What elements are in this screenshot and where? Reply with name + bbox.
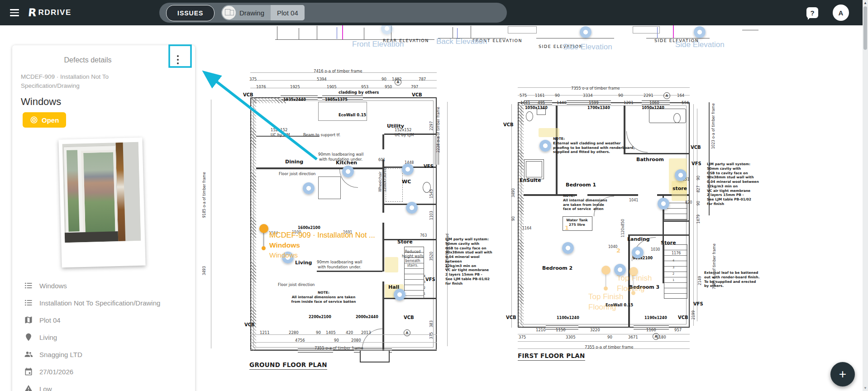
cad-label: 1405 — [326, 330, 336, 335]
cad-label: 1076 — [256, 85, 266, 90]
defect-metadata-list: Windows Installation Not To Specificatio… — [24, 277, 188, 391]
cad-label: 1600x2100 — [298, 226, 320, 230]
wheelchair-zone — [386, 168, 403, 202]
elevation-overlay-label[interactable]: Front Elevation — [352, 40, 404, 49]
defect-callout-code: MCDEF-909 · Installation Not ... — [269, 231, 375, 239]
pin-head — [629, 267, 638, 276]
warning-icon — [24, 384, 33, 391]
tab-drawing[interactable]: Drawing — [221, 5, 271, 20]
defect-photo — [62, 142, 141, 243]
first-left-wall-hatch — [518, 102, 524, 328]
defect-marker-icon[interactable] — [394, 289, 405, 300]
page-scrollbar[interactable]: ▲ ▼ — [863, 0, 868, 391]
selected-defect-pin-icon[interactable] — [259, 224, 268, 250]
cad-label: 957 — [674, 328, 682, 333]
cad-label: 763 — [420, 234, 427, 238]
cad-label: 164 — [677, 93, 684, 98]
selected-defect-pin-icon[interactable] — [629, 267, 638, 295]
cad-label: 1103 — [429, 211, 434, 220]
defect-photo-thumbnail[interactable] — [58, 138, 145, 268]
photo-glass-right — [81, 150, 118, 235]
tab-plot-04[interactable]: Plot 04 — [271, 5, 305, 20]
elevation-dim-box — [633, 26, 660, 33]
defect-marker-icon[interactable] — [303, 182, 315, 194]
cad-label: Floor joist direction — [279, 172, 316, 176]
tab-plot-label: Plot 04 — [277, 9, 298, 17]
cad-label: Beam to support tf. — [303, 133, 340, 138]
dim-line — [511, 104, 512, 328]
cad-label: 2 — [424, 286, 425, 290]
status-open-button[interactable]: Open — [23, 112, 66, 128]
elevation-overlay-label[interactable]: Side Elevation — [563, 43, 612, 52]
cad-label: 1210 — [536, 328, 546, 333]
defect-marker-icon[interactable] — [694, 26, 706, 38]
user-avatar[interactable]: A — [833, 5, 849, 21]
defect-marker-icon[interactable] — [342, 166, 354, 177]
scroll-up-icon[interactable]: ▲ — [863, 1, 868, 5]
cad-label: Wheelchair 1200x750mm — [378, 167, 387, 192]
dim-line — [250, 88, 437, 88]
cad-label: A — [663, 92, 670, 99]
first-internal-wall — [628, 234, 690, 236]
defect-marker-icon[interactable] — [562, 242, 574, 254]
elevation-dim-box — [508, 26, 537, 33]
cad-label: 594 — [682, 100, 689, 105]
cad-label: 2080 — [351, 338, 361, 343]
cad-label: 375 — [429, 332, 434, 339]
photo-sill — [65, 231, 119, 243]
elevation-line — [364, 28, 364, 39]
issues-button[interactable]: ISSUES — [166, 5, 215, 21]
cad-label: 953 — [361, 85, 368, 90]
pin-head — [259, 224, 268, 233]
elevation-overlay-label[interactable]: Side Elevation — [675, 40, 725, 49]
drawing-tab-group: Drawing Plot 04 — [221, 5, 305, 20]
defect-marker-icon[interactable] — [402, 163, 414, 175]
scrollbar-thumb[interactable] — [863, 6, 867, 50]
defect-marker-icon[interactable] — [675, 169, 687, 181]
add-defect-button[interactable]: + — [830, 362, 855, 386]
cad-label: 2149 — [698, 276, 702, 285]
defect-marker-icon[interactable] — [580, 26, 591, 38]
dim-line — [250, 342, 437, 343]
cad-label: 1176 — [672, 251, 681, 256]
cad-label: 3671 — [628, 335, 638, 340]
cad-label: 90 — [607, 335, 612, 340]
avatar-initial: A — [839, 9, 844, 17]
cad-label: 90 — [316, 330, 321, 335]
dim-line — [518, 334, 690, 334]
defect-marker-icon[interactable] — [632, 247, 644, 258]
cad-label: 383 — [429, 320, 434, 327]
selected-defect-pin-icon[interactable] — [601, 266, 610, 291]
cad-label: 1935x2440 — [283, 98, 306, 102]
list-icon — [24, 281, 33, 290]
view-switcher: ISSUES Drawing Plot 04 — [159, 3, 507, 23]
cad-label: NOTE: All internal dimensions are taken … — [285, 291, 362, 304]
cad-label: LJM party wall system: 50mm cavity with … — [707, 162, 759, 206]
cad-label: 1925 — [290, 85, 300, 90]
defect-marker-icon[interactable] — [539, 140, 551, 152]
status-open-label: Open — [42, 116, 59, 124]
photo-wall — [123, 142, 141, 241]
menu-icon[interactable] — [6, 5, 23, 21]
issues-label: ISSUES — [177, 10, 203, 17]
elevation-overlay-label[interactable]: Back Elevation — [436, 37, 487, 46]
defect-marker-icon[interactable] — [658, 198, 669, 210]
more-options-button[interactable] — [169, 51, 187, 69]
help-button[interactable]: ? — [806, 7, 818, 18]
meta-label: Installation Not To Specification/Drawin… — [39, 299, 160, 307]
cad-label: 90 — [618, 93, 623, 98]
dim-line — [250, 80, 437, 81]
elevation-line — [317, 26, 317, 39]
cad-label: 2000x2440 — [356, 315, 378, 319]
scroll-down-icon[interactable]: ▼ — [863, 386, 868, 390]
cad-label: store — [672, 186, 687, 192]
defect-marker-icon[interactable] — [406, 202, 418, 214]
ground-porch — [360, 351, 390, 362]
cad-label: Dining — [285, 159, 303, 165]
cad-label: Bedroom 1 — [566, 182, 596, 188]
cad-label: 1190x1240 — [644, 316, 667, 320]
cad-label: 152x152 UC by LJM — [395, 128, 414, 137]
defect-marker-icon[interactable] — [614, 264, 626, 276]
cad-label: VCB — [244, 322, 255, 328]
top-app-bar: R RDRIVE ISSUES Drawing Plot 04 — [0, 0, 868, 25]
